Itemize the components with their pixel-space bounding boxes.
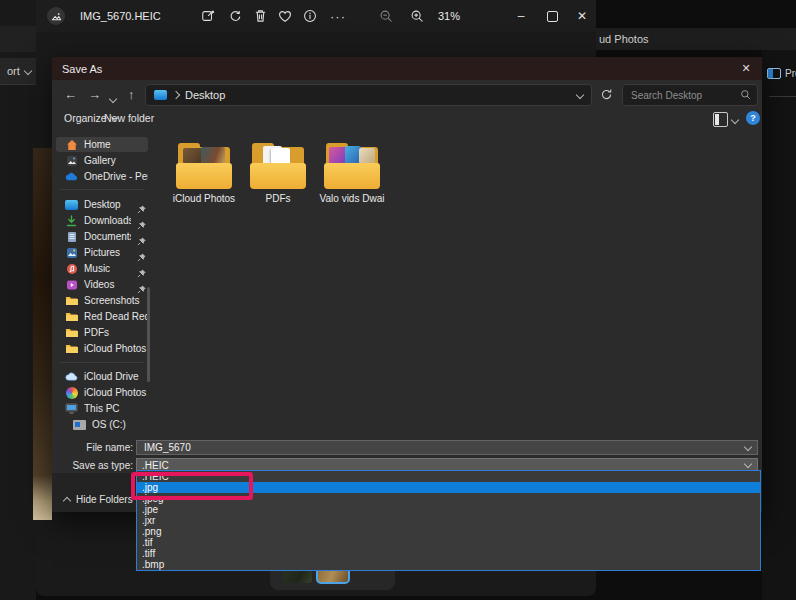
pin-icon (137, 264, 146, 273)
sidebar-item-icloud-drive[interactable]: iCloud Drive (56, 369, 148, 384)
pin-icon (137, 200, 146, 209)
back-button[interactable]: ← (64, 88, 77, 101)
dropdown-item-tiff[interactable]: .tiff (137, 548, 760, 559)
folder-icon (65, 294, 78, 307)
folder-tile-icloud-photos[interactable]: iCloud Photos (168, 141, 240, 213)
search-box[interactable] (622, 84, 758, 106)
hide-folders-button[interactable]: Hide Folders (64, 494, 133, 505)
dialog-close-button[interactable]: ✕ (730, 57, 762, 80)
screen: ort ud Photos Pre IMG_5670.HEIC (0, 0, 796, 600)
desktop-icon (154, 90, 167, 100)
desktop-icon (65, 198, 78, 211)
file-name-combobox[interactable] (136, 440, 758, 455)
sidebar-item-desktop[interactable]: Desktop (56, 197, 148, 212)
background-app-edge (0, 0, 36, 600)
more-icon[interactable]: ··· (328, 6, 348, 26)
hide-folders-label: Hide Folders (76, 494, 133, 505)
sidebar-item-documents[interactable]: Documents (56, 229, 148, 244)
pictures-icon (65, 246, 78, 259)
edit-icon[interactable] (198, 6, 218, 26)
address-bar[interactable]: Desktop (145, 84, 592, 106)
home-icon (65, 138, 78, 151)
chevron-down-icon[interactable] (744, 460, 752, 468)
sidebar-item-pdfs[interactable]: PDFs (56, 325, 148, 340)
sidebar-item-home[interactable]: Home (56, 137, 148, 152)
preview-pane-button[interactable]: Pre (767, 64, 796, 82)
folder-name: iCloud Photos (173, 193, 235, 204)
file-name-label: File name: (52, 440, 133, 455)
sidebar-item-icloud-photos-app[interactable]: iCloud Photos (56, 385, 148, 400)
pin-icon (137, 232, 146, 241)
background-app-bar (0, 26, 36, 52)
file-name-input[interactable] (142, 441, 739, 454)
sort-label: ort (7, 65, 20, 77)
breadcrumb-chevron-icon (172, 91, 180, 99)
icloud-drive-icon (65, 370, 78, 383)
save-as-type-value: .HEIC (142, 460, 169, 471)
sidebar-item-videos[interactable]: Videos (56, 277, 148, 292)
photos-window-title: IMG_5670.HEIC (80, 0, 161, 32)
favorite-icon[interactable] (275, 6, 295, 26)
preview-pane-label: Pre (785, 68, 796, 79)
sidebar-scrollbar[interactable] (147, 287, 150, 382)
new-folder-button[interactable]: New folder (104, 112, 154, 124)
dialog-titlebar: Save As ✕ (52, 57, 762, 80)
delete-icon[interactable] (250, 6, 270, 26)
folder-tile-pdfs[interactable]: PDFs (242, 141, 314, 213)
icloud-photos-icon (65, 386, 78, 399)
minimize-button[interactable]: – (506, 0, 536, 32)
folder-icon (65, 310, 78, 323)
dropdown-item-tif[interactable]: .tif (137, 537, 760, 548)
sidebar-separator (60, 362, 144, 363)
sidebar-item-this-pc[interactable]: This PC (56, 401, 148, 416)
divider (769, 96, 796, 97)
sidebar-item-pictures[interactable]: Pictures (56, 245, 148, 260)
zoom-out-icon[interactable] (376, 6, 396, 26)
dropdown-item-bmp[interactable]: .bmp (137, 559, 760, 570)
gallery-icon (65, 154, 78, 167)
sidebar-item-red-dead-redemption[interactable]: Red Dead Redemp (56, 309, 148, 324)
zoom-in-icon[interactable] (407, 6, 427, 26)
this-pc-icon (65, 402, 78, 415)
open-photo-edge (33, 148, 52, 520)
dropdown-item-jxr[interactable]: .jxr (137, 515, 760, 526)
refresh-icon[interactable] (600, 87, 618, 103)
sidebar-separator (60, 189, 144, 190)
dropdown-item-png[interactable]: .png (137, 526, 760, 537)
videos-icon (65, 278, 78, 291)
info-icon[interactable] (300, 6, 320, 26)
sidebar-item-onedrive[interactable]: OneDrive - Persor (56, 169, 148, 184)
folder-tile-valo-vids[interactable]: Valo vids Dwai (316, 141, 388, 213)
sidebar-item-music[interactable]: Music (56, 261, 148, 276)
breadcrumb[interactable]: Desktop (185, 89, 225, 101)
sidebar-item-screenshots[interactable]: Screenshots (56, 293, 148, 308)
background-window-title-text: ud Photos (599, 33, 649, 45)
annotation-rectangle (131, 472, 253, 500)
downloads-icon (65, 214, 78, 227)
help-button[interactable]: ? (746, 111, 760, 125)
sidebar-item-downloads[interactable]: Downloads (56, 213, 148, 228)
sidebar-item-os-c-drive[interactable]: OS (C:) (56, 417, 148, 432)
sidebar-item-icloud-photos-folder[interactable]: iCloud Photos (56, 341, 148, 356)
dropdown-item-jpe[interactable]: .jpe (137, 504, 760, 515)
recent-locations-chevron[interactable] (110, 91, 116, 104)
chevron-down-icon[interactable] (744, 442, 752, 450)
rotate-icon[interactable] (225, 6, 245, 26)
search-icon (740, 86, 751, 104)
maximize-button[interactable] (537, 0, 567, 32)
folder-icon (323, 143, 381, 189)
view-mode-button[interactable] (713, 112, 728, 127)
forward-button[interactable]: → (88, 88, 101, 101)
up-button[interactable]: ↑ (128, 88, 135, 101)
background-window-title: ud Photos (585, 28, 796, 50)
zoom-level: 31% (438, 0, 460, 32)
documents-icon (65, 230, 78, 243)
address-dropdown-chevron[interactable] (576, 91, 584, 99)
photos-app-icon (47, 7, 65, 25)
folder-icon (65, 326, 78, 339)
close-button[interactable]: ✕ (567, 0, 597, 32)
sidebar-item-gallery[interactable]: Gallery (56, 153, 148, 168)
pin-icon (137, 216, 146, 225)
view-mode-chevron[interactable] (731, 116, 739, 124)
search-input[interactable] (629, 89, 740, 102)
